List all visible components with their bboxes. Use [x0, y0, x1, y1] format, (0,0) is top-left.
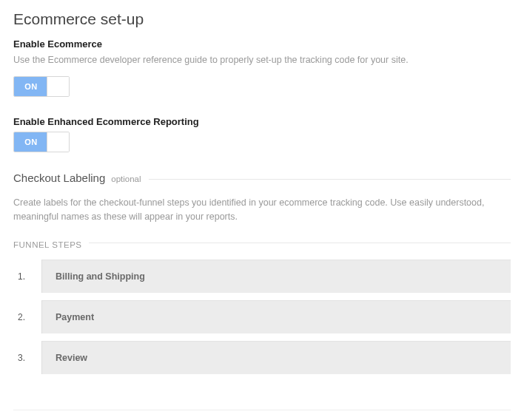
divider — [89, 243, 511, 243]
optional-tag: optional — [111, 175, 141, 183]
checkout-labeling-header: Checkout Labeling optional — [13, 172, 511, 184]
step-number: 3. — [13, 353, 41, 363]
funnel-step-label[interactable]: Review — [41, 341, 511, 374]
funnel-steps-header: FUNNEL STEPS — [13, 240, 81, 249]
divider — [149, 179, 511, 180]
enable-ecommerce-toggle[interactable]: ON — [13, 76, 70, 97]
funnel-step: 2. Payment — [13, 300, 511, 333]
enhanced-reporting-label: Enable Enhanced Ecommerce Reporting — [13, 116, 511, 127]
enable-ecommerce-label: Enable Ecommerce — [13, 38, 511, 50]
step-number: 2. — [13, 312, 41, 322]
funnel-step-label[interactable]: Billing and Shipping — [41, 260, 511, 293]
toggle-on-label: ON — [14, 77, 48, 96]
toggle-thumb — [47, 77, 69, 96]
toggle-on-label: ON — [14, 132, 48, 152]
step-number: 1. — [13, 271, 41, 282]
enable-ecommerce-help: Use the Ecommerce developer reference gu… — [13, 54, 511, 67]
toggle-thumb — [47, 132, 69, 152]
checkout-labeling-title: Checkout Labeling — [13, 172, 105, 184]
checkout-labeling-help: Create labels for the checkout-funnel st… — [13, 196, 511, 225]
enhanced-reporting-toggle[interactable]: ON — [13, 132, 70, 152]
funnel-step-label[interactable]: Payment — [41, 300, 511, 333]
funnel-step: 1. Billing and Shipping — [13, 260, 511, 293]
footer: Done — [13, 410, 511, 420]
funnel-steps-header-row: FUNNEL STEPS — [13, 240, 511, 249]
page-title: Ecommerce set-up — [13, 10, 511, 28]
funnel-step: 3. Review — [13, 341, 511, 374]
